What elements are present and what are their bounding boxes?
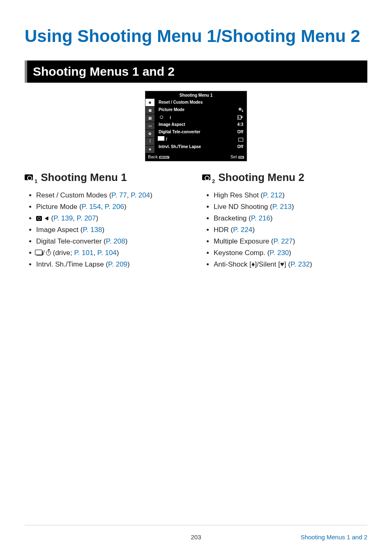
lcd-tab-video-icon: ▦	[145, 114, 154, 122]
page-ref-link[interactable]: P. 138	[83, 226, 102, 234]
lcd-row: ⁞LF	[154, 114, 247, 121]
page-ref-link[interactable]: P. 207	[77, 214, 96, 222]
list-item-text: Live ND Shooting	[214, 203, 268, 211]
lcd-tab-play-icon: ▭	[145, 122, 154, 130]
page-ref-link[interactable]: P. 227	[274, 237, 293, 245]
quality-value-icon: L	[238, 115, 241, 120]
lcd-set-key: OK	[238, 156, 244, 159]
footer-breadcrumb-link[interactable]: Shooting Menus 1 and 2	[300, 534, 367, 541]
list-item: ⁞ (P. 139, P. 207)	[36, 213, 190, 224]
list-item-prefix: drive;	[55, 249, 72, 257]
page-footer: 203 Shooting Menus 1 and 2	[25, 525, 367, 541]
page-ref-link[interactable]: P. 209	[108, 260, 127, 268]
lcd-side-tabs: ◙ ▣ ▦ ▭ ✿ ȋ ★	[145, 99, 154, 153]
lcd-row: Picture Mode✲3	[154, 106, 247, 114]
lcd-tab-wrench-icon: ȋ	[145, 138, 154, 145]
page-ref-link[interactable]: P. 154	[82, 203, 101, 211]
dots-icon: ⁞	[48, 216, 49, 220]
list-item-text: HDR	[214, 226, 229, 234]
column-shooting-menu-1: 1 Shooting Menu 1 Reset / Custom Modes (…	[25, 171, 190, 270]
lcd-row: Reset / Custom Modes	[154, 99, 247, 106]
list-item: High Res Shot (P. 212)	[214, 190, 367, 201]
lcd-row-value: ✲3	[238, 107, 243, 112]
lcd-row-label: Intrvl. Sh./Time Lapse	[159, 144, 201, 149]
camera1-icon	[25, 174, 34, 181]
page-ref-link[interactable]: P. 101	[74, 249, 93, 257]
lcd-row-value: Off	[238, 130, 243, 134]
drive-icon	[159, 137, 165, 142]
page-ref-link[interactable]: P. 212	[263, 191, 282, 199]
list-item-text: Bracketing	[214, 214, 247, 222]
page-ref-link[interactable]: P. 206	[105, 203, 124, 211]
page-ref-link[interactable]: P. 104	[97, 249, 117, 257]
list-item: Digital Tele-converter (P. 208)	[36, 236, 190, 247]
page-number: 203	[191, 534, 201, 541]
lcd-title: Shooting Menu 1	[145, 91, 247, 99]
col2-heading: 2 Shooting Menu 2	[202, 171, 367, 184]
lcd-tab-camera2-icon: ▣	[145, 107, 154, 114]
list-item: Anti-Shock [♦]/Silent [♥] (P. 232)	[214, 259, 367, 270]
col1-list: Reset / Custom Modes (P. 77, P. 204)Pict…	[25, 190, 190, 270]
lcd-tab-camera1-icon: ◙	[145, 99, 154, 106]
page-ref-link[interactable]: P. 213	[272, 203, 292, 211]
lcd-rows: Reset / Custom ModesPicture Mode✲3 ⁞LFIm…	[154, 99, 247, 153]
list-item: Intrvl. Sh./Time Lapse (P. 209)	[36, 259, 190, 270]
lcd-row: /	[154, 136, 247, 143]
page-ref-link[interactable]: P. 77	[111, 191, 127, 199]
list-item-text: Anti-Shock [♦]/Silent [♥]	[214, 260, 286, 268]
lcd-back-label: Back	[148, 155, 158, 159]
camera2-icon	[202, 174, 211, 181]
list-item-text: Picture Mode	[36, 203, 77, 211]
lcd-row-value: Off	[238, 144, 243, 149]
camera2-sub: 2	[212, 178, 215, 184]
lcd-tab-gear-icon: ✿	[145, 130, 154, 137]
dots-icon: ⁞	[170, 115, 171, 119]
lcd-row-label: Image Aspect	[159, 122, 185, 127]
page-ref-link[interactable]: P. 139	[53, 214, 73, 222]
list-item: Multiple Exposure (P. 227)	[214, 236, 367, 247]
lcd-row: Digital Tele-converterOff	[154, 128, 247, 136]
page-ref-link[interactable]: P. 204	[131, 191, 150, 199]
list-item: Bracketing (P. 216)	[214, 213, 367, 224]
self-timer-icon	[46, 251, 51, 255]
lcd-row-label: /	[159, 137, 174, 142]
camera-icon	[36, 216, 42, 221]
self-timer-icon	[169, 137, 174, 142]
lcd-set-label: Set	[231, 155, 237, 159]
lcd-tab-star-icon: ★	[145, 146, 154, 153]
col2-heading-text: Shooting Menu 2	[218, 171, 304, 184]
list-item-text: Keystone Comp.	[214, 249, 265, 257]
list-item-text: High Res Shot	[214, 191, 259, 199]
page-ref-link[interactable]: P. 224	[233, 226, 252, 234]
lcd-back-key: MENU	[159, 156, 169, 159]
picture-mode-icon: ✲3	[238, 107, 243, 111]
lcd-row-label: Digital Tele-converter	[159, 130, 201, 134]
lcd-row-value: 4:3	[238, 122, 243, 127]
single-frame-icon	[238, 138, 243, 142]
list-item: Picture Mode (P. 154, P. 206)	[36, 201, 190, 213]
col2-list: High Res Shot (P. 212)Live ND Shooting (…	[202, 190, 367, 270]
list-item: / (drive; P. 101, P. 104)	[36, 247, 190, 259]
lcd-screenshot: Shooting Menu 1 ◙ ▣ ▦ ▭ ✿ ȋ ★ Reset / Cu…	[145, 91, 247, 161]
list-item: HDR (P. 224)	[214, 224, 367, 236]
page-title: Using Shooting Menu 1/Shooting Menu 2	[25, 25, 367, 48]
arrow-icon	[166, 115, 170, 119]
drive-icon	[36, 251, 43, 255]
lcd-row-value: LF	[238, 115, 243, 119]
list-item-text: Multiple Exposure	[214, 237, 269, 245]
page-ref-link[interactable]: P. 232	[291, 260, 310, 268]
list-item-text: Reset / Custom Modes	[36, 191, 107, 199]
lcd-row: Intrvl. Sh./Time LapseOff	[154, 143, 247, 151]
page-ref-link[interactable]: P. 216	[251, 214, 270, 222]
arrow-icon	[45, 216, 48, 220]
list-item: Reset / Custom Modes (P. 77, P. 204)	[36, 190, 190, 201]
camera-icon	[159, 115, 164, 120]
page-ref-link[interactable]: P. 230	[270, 249, 289, 257]
list-item: Keystone Comp. (P. 230)	[214, 247, 367, 259]
list-item: Live ND Shooting (P. 213)	[214, 201, 367, 213]
col1-heading: 1 Shooting Menu 1	[25, 171, 190, 184]
lcd-row-label: ⁞	[159, 115, 171, 120]
lcd-row: Image Aspect4:3	[154, 121, 247, 128]
lcd-row-label: Picture Mode	[159, 107, 184, 112]
page-ref-link[interactable]: P. 208	[106, 237, 125, 245]
